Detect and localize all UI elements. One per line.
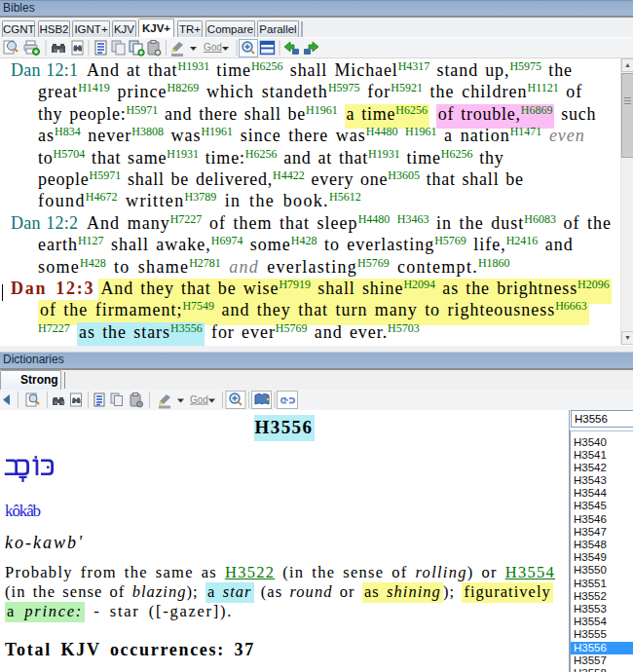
svg-text:God: God xyxy=(204,42,222,53)
svg-text:God: God xyxy=(190,394,208,405)
